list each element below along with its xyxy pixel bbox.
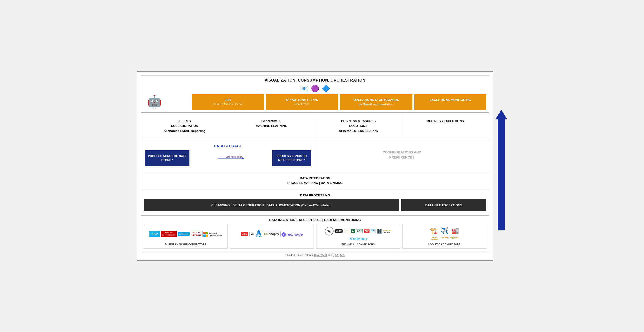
architecture-diagram: VISUALIZATION, CONSUMPTION, ORCHESTRATIO…	[137, 71, 493, 261]
patent1-link[interactable]: 10,467,550	[314, 254, 327, 256]
store-flow: PROCESS AGNOSTIC DATASTORE * Data Aggreg…	[145, 150, 311, 166]
juni-card: Juni Data Exploration / GenAI	[192, 94, 264, 110]
middle-section: ALERTSCOLLABORATIONAI enabled EMAIL Repo…	[141, 114, 489, 138]
patent-text: * United States Patents	[285, 254, 314, 256]
genai-cell: Generative AIMACHINE LEARNING	[228, 114, 315, 138]
shopify-logo: 🛍 shopify	[263, 231, 280, 237]
page-wrapper: VISUALIZATION, CONSUMPTION, ORCHESTRATIO…	[137, 71, 507, 261]
integration-section: DATA INTEGRATION PROCESS MAPPING | DATA …	[141, 172, 489, 189]
processing-title: DATA PROCESSING	[144, 193, 486, 197]
storage-title: DATA STORAGE	[214, 144, 242, 148]
integration-title: DATA INTEGRATION	[145, 176, 485, 181]
operations-card: OPERATIONS STORYBOARDSw/ GenAI augmentat…	[340, 94, 412, 110]
email-icon: 📧	[300, 85, 308, 92]
business-logos: SAP ORACLEE-BUSINESS SUITE salesforce OR…	[146, 227, 225, 241]
csv-logo: CSV	[356, 229, 363, 233]
teams-icon: 🟣	[311, 85, 319, 92]
flow-arrow: Data Aggregation	[191, 155, 270, 162]
alerts-cell: ALERTSCOLLABORATIONAI enabled EMAIL Repo…	[141, 114, 228, 138]
configs-text: CONFIGURATIONS ANDPREFERENCES	[382, 150, 421, 160]
arrow-body	[498, 119, 505, 230]
up-arrow	[495, 110, 507, 230]
logistics-connectors-label: LOGISTICS CONNECTORS	[405, 243, 484, 246]
exceptions-monitoring-card: EXCEPTIONS MONITORING	[414, 94, 486, 110]
business-connectors-group: SAP ORACLEE-BUSINESS SUITE salesforce OR…	[144, 224, 228, 248]
oracle-netsuite-logo: ORACLENETSUITE	[191, 231, 203, 237]
integration-subtitle: PROCESS MAPPING | DATA LINKING	[145, 180, 485, 185]
sap-logo: SAP	[150, 231, 160, 237]
tool-logo1: 📋	[344, 229, 350, 233]
processing-inner: CLEANSING | DELTA GENERATION | DATA AUGM…	[144, 199, 486, 211]
db-logo: 🗄️	[377, 228, 382, 234]
main-content: VISUALIZATION, CONSUMPTION, ORCHESTRATIO…	[137, 71, 493, 261]
pdf-logo: PDF	[364, 229, 370, 233]
email-tech-logo: 📧	[370, 228, 376, 234]
data-store-box: PROCESS AGNOSTIC DATASTORE *	[145, 150, 190, 166]
arrow-head	[495, 110, 507, 119]
configs-panel: CONFIGURATIONS ANDPREFERENCES	[315, 140, 489, 170]
storage-section: DATA STORAGE PROCESS AGNOSTIC DATASTORE …	[141, 140, 489, 170]
saas-connectors-group: infor M3 Azure 🛍 sho	[230, 224, 314, 248]
snowflake-logo: ❄ snowflake	[349, 236, 367, 241]
json-logo: {JSON}	[334, 229, 343, 233]
measure-store-box: PROCESS AGNOSTICMEASURE STORE *	[272, 150, 311, 166]
storage-left-panel: DATA STORAGE PROCESS AGNOSTIC DATASTORE …	[141, 140, 315, 170]
processing-section: DATA PROCESSING CLEANSING | DELTA GENERA…	[141, 191, 489, 214]
carriers-label: Carriers	[440, 236, 449, 241]
saas-logos: infor M3 Azure 🛍 sho	[232, 227, 311, 241]
right-arrow-col	[495, 71, 507, 261]
ingestion-title: DATA INGESTION – RECEIPT/PULL | CADENCE …	[144, 218, 486, 222]
excel-logo: X	[351, 229, 355, 233]
azure-logo: Azure	[256, 230, 262, 238]
port-icon: 🏗️	[430, 227, 438, 234]
recharge-logo: r recharge	[282, 232, 303, 237]
m3-logo: M3	[249, 232, 255, 236]
technical-connectors-label: TECHNICAL CONNECTORS	[319, 243, 398, 246]
salesforce-logo: salesforce	[178, 232, 190, 236]
amazon-redshift-logo: amazon REDSHIFT	[383, 229, 392, 233]
supplier-icon: 🏭	[451, 227, 459, 234]
ports-label: Ports/Airports	[430, 236, 439, 241]
business-measures-cell: BUSINESS MEASURESSOLUTIONSAPIs for EXTER…	[315, 114, 402, 138]
slack-icon: 🔷	[322, 85, 330, 92]
svg-text:Data Aggregation: Data Aggregation	[226, 156, 242, 158]
robot-figure: 🤖 robot	[144, 94, 165, 110]
opportunity-card: OPPORTUNITY APPS Monetization	[266, 94, 338, 110]
carrier-icon: ✈️	[440, 227, 448, 234]
technical-connectors-group: RESTAPI {JSON} 📋 X CSV PDF 📧 🗄️ amazon R…	[316, 224, 400, 248]
technical-logos: RESTAPI {JSON} 📋 X CSV PDF 📧 🗄️ amazon R…	[319, 227, 398, 241]
ingestion-section: DATA INGESTION – RECEIPT/PULL | CADENCE …	[141, 215, 489, 251]
suppliers-label: Suppliers	[450, 236, 458, 241]
patent2-link[interactable]: 9,639,595	[333, 254, 345, 256]
logistics-logos: 🏗️ ✈️ 🏭 Ports/Airports Carriers Supplier…	[405, 227, 484, 241]
viz-section: VISUALIZATION, CONSUMPTION, ORCHESTRATIO…	[141, 76, 489, 112]
rest-api-logo: RESTAPI	[325, 227, 334, 235]
file-exceptions-box: DATA/FILE EXCEPTIONS	[401, 199, 486, 211]
cleansing-box: CLEANSING | DELTA GENERATION | DATA AUGM…	[144, 199, 399, 211]
patent-footer: * United States Patents 10,467,550 and 9…	[141, 254, 489, 256]
connectors-row: SAP ORACLEE-BUSINESS SUITE salesforce OR…	[144, 224, 486, 248]
oracle-logo: ORACLEE-BUSINESS SUITE	[161, 231, 177, 237]
ms-logo: MicrosoftDynamics 365	[204, 232, 222, 237]
business-connectors-label: BUSINESS AWARE CONNECTORS	[146, 243, 225, 246]
viz-title: VISUALIZATION, CONSUMPTION, ORCHESTRATIO…	[144, 78, 486, 83]
logistics-connectors-group: 🏗️ ✈️ 🏭 Ports/Airports Carriers Supplier…	[402, 224, 486, 248]
infor-logo: infor	[241, 232, 248, 236]
business-exceptions-cell: BUSINESS EXCEPTIONS	[402, 114, 489, 138]
